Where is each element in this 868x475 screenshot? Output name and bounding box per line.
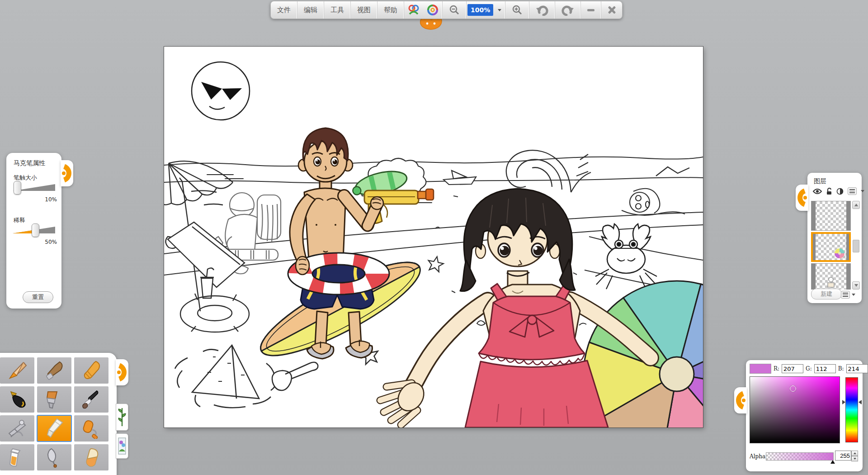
alpha-marker-icon[interactable] <box>830 460 835 464</box>
zoom-dropdown-button[interactable] <box>494 1 505 19</box>
sand-pyramid <box>175 345 277 408</box>
tool-marker[interactable] <box>37 415 71 442</box>
swimmer <box>622 189 685 215</box>
layer-row-1[interactable] <box>811 201 851 231</box>
layer-menu-icon[interactable] <box>848 187 857 195</box>
canvas-artwork <box>164 47 703 428</box>
alpha-label: Alpha <box>750 453 765 460</box>
tool-wood-pen[interactable] <box>37 357 71 384</box>
tool-flat-brush[interactable] <box>37 386 71 413</box>
dilution-slider[interactable] <box>13 225 55 235</box>
boy-with-water-gun <box>251 128 434 371</box>
stamp-mascot-button[interactable] <box>404 1 423 19</box>
menu-view[interactable]: 视图 <box>351 1 377 19</box>
zoom-level-value: 100% <box>471 6 490 14</box>
scroll-up-button[interactable] <box>852 201 860 209</box>
saturation-brightness-field[interactable] <box>750 376 840 443</box>
tool-crayon[interactable] <box>74 357 108 384</box>
chevron-up-icon <box>854 204 858 206</box>
alpha-down-button[interactable] <box>851 456 858 461</box>
color-wheel-icon <box>427 4 439 16</box>
undo-icon <box>536 4 548 16</box>
redo-button[interactable] <box>555 1 581 19</box>
layers-options-caret-icon[interactable] <box>852 294 855 296</box>
main-toolbar: 文件 编辑 工具 视图 帮助 <box>270 1 623 19</box>
g-label: G: <box>806 366 812 372</box>
b-input[interactable] <box>846 364 868 373</box>
zoom-level-display[interactable]: 100% <box>467 4 493 16</box>
stamp-mascot-icon <box>408 4 420 16</box>
menu-help-label: 帮助 <box>384 6 397 14</box>
hue-marker-left-icon[interactable] <box>842 400 845 404</box>
color-wheel-button[interactable] <box>423 1 443 19</box>
menu-tools[interactable]: 工具 <box>324 1 351 19</box>
tool-airbrush[interactable] <box>0 415 34 442</box>
alpha-slider[interactable] <box>766 452 834 461</box>
layer-row-3[interactable] <box>811 263 851 290</box>
minimize-button[interactable] <box>581 1 601 19</box>
opacity-icon[interactable] <box>836 188 844 195</box>
layer-sketch-thumbnail <box>826 276 836 290</box>
scrollbar-thumb[interactable] <box>853 240 859 252</box>
tool-palette-handle[interactable] <box>116 359 128 385</box>
marker-panel-handle[interactable] <box>61 160 73 186</box>
brush-size-slider-thumb[interactable] <box>14 181 21 195</box>
marker-panel-title: 马克笔属性 <box>14 159 45 167</box>
drawing-canvas[interactable] <box>164 47 703 428</box>
redo-icon <box>561 4 574 16</box>
tool-fountain-pen[interactable] <box>0 386 34 413</box>
dilution-label: 稀释 <box>14 216 25 224</box>
visibility-eye-icon[interactable] <box>813 188 822 195</box>
minimize-icon <box>587 9 594 11</box>
tool-paint-roller[interactable] <box>74 415 108 442</box>
brush-size-value: 10% <box>29 196 57 203</box>
layers-panel-handle[interactable] <box>796 185 808 211</box>
unlock-icon[interactable] <box>826 188 832 195</box>
hue-marker-right-icon[interactable] <box>859 400 862 404</box>
picture-stamp-button[interactable] <box>116 433 128 459</box>
sb-marker[interactable] <box>790 385 796 392</box>
zoom-out-button[interactable] <box>443 1 467 19</box>
menu-edit[interactable]: 编辑 <box>297 1 324 19</box>
life-ring <box>180 294 249 332</box>
tool-ink-brush[interactable] <box>74 386 108 413</box>
alpha-up-button[interactable] <box>851 451 858 456</box>
reset-button-label: 重置 <box>32 293 44 301</box>
brush-size-slider[interactable] <box>13 183 55 193</box>
dilution-slider-thumb[interactable] <box>32 223 39 237</box>
hue-slider[interactable] <box>845 377 858 442</box>
dilution-value: 50% <box>29 239 57 245</box>
chevron-down-icon <box>498 9 501 11</box>
tool-paint-bottle[interactable] <box>0 444 34 470</box>
tool-palette-knife[interactable] <box>37 444 71 470</box>
r-input[interactable] <box>782 364 803 373</box>
plant-stamp-button[interactable] <box>116 404 128 431</box>
menu-file[interactable]: 文件 <box>271 1 297 19</box>
color-picker-panel: R: G: B: Alpha <box>746 360 863 471</box>
menu-tools-label: 工具 <box>330 6 344 14</box>
marker-properties-panel: 马克笔属性 笔触大小 10% 稀释 50% 重置 <box>6 153 61 309</box>
undo-button[interactable] <box>529 1 555 19</box>
layer-menu-caret-icon[interactable] <box>861 190 864 192</box>
scroll-down-button[interactable] <box>852 281 860 290</box>
color-picker-handle[interactable] <box>734 387 747 413</box>
tool-pencil[interactable] <box>0 357 34 384</box>
picture-stamp-icon <box>118 436 126 456</box>
tool-eraser[interactable] <box>74 444 108 470</box>
menu-view-label: 视图 <box>357 6 371 14</box>
zoom-in-button[interactable] <box>505 1 529 19</box>
new-layer-button[interactable]: 新建 <box>811 289 842 299</box>
layers-options-icon[interactable] <box>841 291 850 299</box>
reset-button[interactable]: 重置 <box>23 291 53 303</box>
b-label: B: <box>838 366 844 372</box>
layers-scrollbar[interactable] <box>852 201 859 290</box>
tool-grid <box>0 357 108 470</box>
app-window: 文件 编辑 工具 视图 帮助 <box>0 0 868 475</box>
layer-row-2-selected[interactable] <box>811 232 851 262</box>
chevron-down-icon <box>854 284 858 287</box>
g-input[interactable] <box>814 364 836 373</box>
menu-help[interactable]: 帮助 <box>377 1 404 19</box>
close-button[interactable] <box>601 1 622 19</box>
layer-ball-thumbnail <box>834 247 845 259</box>
alpha-input[interactable] <box>835 451 851 461</box>
